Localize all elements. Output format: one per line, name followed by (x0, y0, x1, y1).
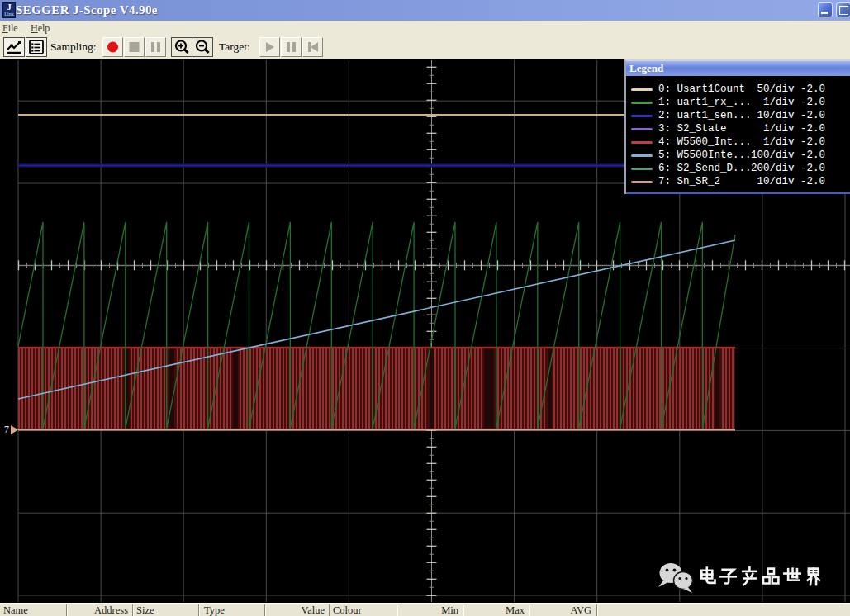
svg-text:7: 7 (4, 424, 9, 435)
